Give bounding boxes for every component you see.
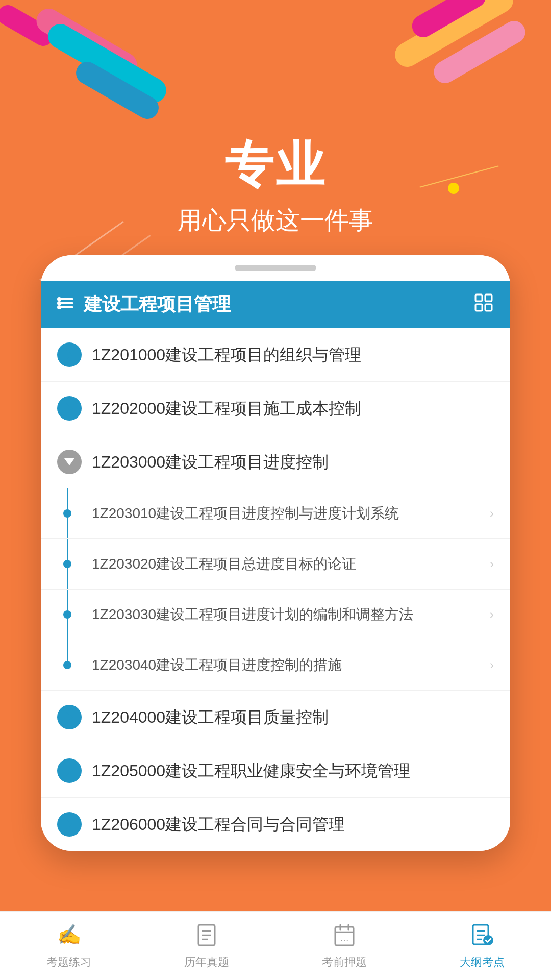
svg-rect-7 xyxy=(485,295,492,301)
svg-point-4 xyxy=(57,301,61,305)
list-header-left: 建设工程项目管理 xyxy=(57,292,231,317)
nav-item-syllabus[interactable]: 大纲考点 xyxy=(413,920,551,970)
item-expand-icon xyxy=(57,342,82,367)
svg-point-24 xyxy=(483,935,493,945)
item-collapse-icon xyxy=(57,450,82,474)
nav-label-practice: 考题练习 xyxy=(46,954,91,970)
svg-text:✍: ✍ xyxy=(57,923,82,946)
list-header-title: 建设工程项目管理 xyxy=(84,292,231,317)
nav-icon-history xyxy=(191,920,222,950)
hero-section: 专业 用心只做这一件事 xyxy=(0,0,551,286)
bottom-nav: ✍ 考题练习 历年真题 … 考前押题 xyxy=(0,911,551,980)
item-text: 1Z202000建设工程项目施工成本控制 xyxy=(92,397,494,420)
sub-item-text: 1Z203010建设工程项目进度控制与进度计划系统 xyxy=(82,503,490,524)
item-expand-icon xyxy=(57,758,82,783)
list-item[interactable]: 1Z201000建设工程项目的组织与管理 xyxy=(41,328,510,382)
svg-rect-2 xyxy=(59,306,73,308)
list-item[interactable]: 1Z204000建设工程项目质量控制 xyxy=(41,691,510,744)
item-expand-icon xyxy=(57,705,82,729)
sub-list-item[interactable]: 1Z203030建设工程项目进度计划的编制和调整方法 › xyxy=(41,590,510,640)
phone-mockup: 建设工程项目管理 1Z201000建设工程项目的组织与管理 1Z202000建设 xyxy=(41,255,510,851)
sub-dot xyxy=(63,661,71,669)
sub-item-text: 1Z203020建设工程项目总进度目标的论证 xyxy=(82,553,490,575)
list-item[interactable]: 1Z203000建设工程项目进度控制 xyxy=(41,435,510,488)
chevron-right-icon: › xyxy=(490,607,494,622)
nav-item-practice[interactable]: ✍ 考题练习 xyxy=(0,920,138,970)
nav-item-history[interactable]: 历年真题 xyxy=(138,920,276,970)
nav-icon-prediction: … xyxy=(329,920,360,950)
item-text: 1Z206000建设工程合同与合同管理 xyxy=(92,813,494,836)
sub-item-text: 1Z203030建设工程项目进度计划的编制和调整方法 xyxy=(82,604,490,625)
list-content: 1Z201000建设工程项目的组织与管理 1Z202000建设工程项目施工成本控… xyxy=(41,328,510,851)
chevron-right-icon: › xyxy=(490,506,494,521)
item-text: 1Z204000建设工程项目质量控制 xyxy=(92,706,494,729)
nav-item-prediction[interactable]: … 考前押题 xyxy=(276,920,413,970)
sub-dot xyxy=(63,610,71,619)
svg-rect-9 xyxy=(485,304,492,311)
phone-notch xyxy=(41,255,510,281)
sub-dot xyxy=(63,560,71,568)
svg-rect-0 xyxy=(59,298,73,300)
hero-text-area: 专业 用心只做这一件事 xyxy=(0,133,551,237)
sub-items-container: 1Z203010建设工程项目进度控制与进度计划系统 › 1Z203020建设工程… xyxy=(41,488,510,691)
svg-point-3 xyxy=(57,297,61,301)
nav-label-prediction: 考前押题 xyxy=(322,954,367,970)
sub-item-text: 1Z203040建设工程项目进度控制的措施 xyxy=(82,654,490,676)
nav-label-history: 历年真题 xyxy=(184,954,229,970)
nav-icon-practice: ✍ xyxy=(54,920,84,950)
item-text: 1Z201000建设工程项目的组织与管理 xyxy=(92,344,494,366)
list-item[interactable]: 1Z202000建设工程项目施工成本控制 xyxy=(41,382,510,435)
svg-rect-8 xyxy=(475,304,482,311)
sub-list-item[interactable]: 1Z203040建设工程项目进度控制的措施 › xyxy=(41,640,510,691)
nav-label-syllabus: 大纲考点 xyxy=(460,954,505,970)
item-expand-icon xyxy=(57,812,82,837)
item-text: 1Z203000建设工程项目进度控制 xyxy=(92,451,494,474)
item-text: 1Z205000建设工程职业健康安全与环境管理 xyxy=(92,760,494,782)
svg-rect-1 xyxy=(59,302,73,304)
item-expand-icon xyxy=(57,396,82,421)
grid-view-icon[interactable] xyxy=(473,292,494,317)
chevron-right-icon: › xyxy=(490,557,494,571)
svg-point-5 xyxy=(57,305,61,309)
list-item[interactable]: 1Z205000建设工程职业健康安全与环境管理 xyxy=(41,744,510,798)
nav-icon-syllabus xyxy=(467,920,497,950)
sub-list-item[interactable]: 1Z203020建设工程项目总进度目标的论证 › xyxy=(41,539,510,590)
phone-notch-bar xyxy=(235,265,316,271)
list-header: 建设工程项目管理 xyxy=(41,281,510,328)
sub-list-item[interactable]: 1Z203010建设工程项目进度控制与进度计划系统 › xyxy=(41,488,510,539)
list-item[interactable]: 1Z206000建设工程合同与合同管理 xyxy=(41,798,510,851)
list-menu-icon xyxy=(57,294,76,315)
sub-dot xyxy=(63,509,71,518)
hero-title: 专业 xyxy=(0,133,551,199)
svg-rect-6 xyxy=(475,295,482,301)
svg-text:…: … xyxy=(340,933,349,943)
chevron-right-icon: › xyxy=(490,658,494,672)
hero-subtitle: 用心只做这一件事 xyxy=(0,204,551,237)
